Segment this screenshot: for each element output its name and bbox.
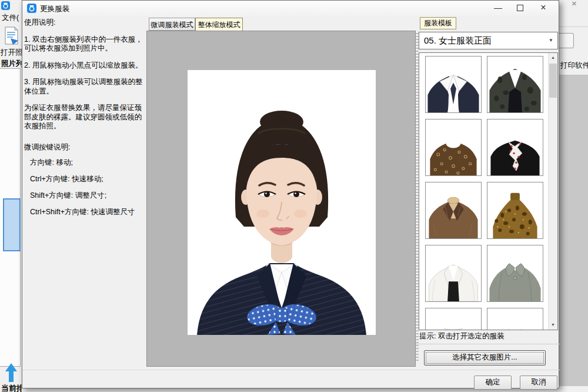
keys-heading: 微调按键说明: <box>24 143 145 152</box>
scrollbar-thumb[interactable] <box>549 64 557 98</box>
photo-canvas[interactable] <box>146 31 416 367</box>
file-menu[interactable]: 文件( <box>2 13 19 23</box>
instructions-heading: 使用说明: <box>24 18 145 28</box>
divider <box>559 26 588 27</box>
screen: 文件( 打开照 照片列 当前排 × 打印软件 <box>0 0 588 392</box>
divider <box>416 344 560 344</box>
minimize-button[interactable]: — <box>489 1 507 15</box>
background-workspace <box>559 75 588 386</box>
instruction-step: 1. 双击右侧服装列表中的一件衣服，可以将衣服添加到照片中。 <box>24 35 145 54</box>
background-window-right: × 打印软件 <box>559 0 588 392</box>
instruction-step: 3. 用鼠标拖动服装可以调整服装的整体位置。 <box>24 78 145 96</box>
maximize-icon <box>517 5 523 11</box>
tab-fine-adjust-mode[interactable]: 微调服装模式 <box>149 18 195 31</box>
key-hint: Shift+方向键: 调整尺寸; <box>24 191 145 201</box>
ok-button[interactable]: 确定 <box>474 376 512 390</box>
scroll-up-icon[interactable]: ▲ <box>549 53 557 62</box>
open-photo-icon[interactable] <box>4 26 19 46</box>
divider <box>22 370 560 370</box>
dialog-icon <box>27 4 36 13</box>
clothing-thumbnail[interactable] <box>425 245 482 302</box>
clothing-thumbnail[interactable] <box>425 182 482 239</box>
dialog-title: 更换服装 <box>40 4 69 14</box>
scroll-down-icon[interactable]: ▼ <box>549 320 557 330</box>
photo-list-panel[interactable] <box>0 68 21 367</box>
portrait-illustration <box>188 70 376 335</box>
dialog-titlebar[interactable]: 更换服装 — × <box>22 1 559 16</box>
print-software-label[interactable]: 打印软件 <box>560 61 588 71</box>
clothing-thumbnail[interactable] <box>425 56 482 113</box>
key-hint: 方向键: 移动; <box>24 158 145 168</box>
tab-overall-zoom-mode[interactable]: 整体缩放模式 <box>195 18 243 31</box>
clothing-thumbnail[interactable] <box>425 308 482 330</box>
template-panel-label: 服装模板 <box>420 17 456 29</box>
background-close-icon[interactable]: × <box>572 0 577 8</box>
instruction-note: 为保证衣服替换效果，请尽量保证颈部皮肤的裸露。建议穿圆领或低领的衣服拍照。 <box>24 104 145 131</box>
template-category-value: 05. 女士服装正面 <box>424 35 492 45</box>
change-clothing-dialog: 更换服装 — × 使用说明: 1. 双击右侧服装列表中的一件衣服，可以将衣服添加… <box>22 0 559 388</box>
app-icon <box>1 1 10 10</box>
close-button[interactable]: × <box>534 1 553 15</box>
current-label: 当前排 <box>1 383 22 392</box>
clothing-thumbnail[interactable] <box>487 119 543 176</box>
template-category-dropdown[interactable]: 05. 女士服装正面 ▼ <box>419 32 558 49</box>
clothing-template-panel: 服装模板 05. 女士服装正面 ▼ <box>416 16 560 370</box>
portrait-photo[interactable] <box>188 70 376 335</box>
choose-other-clothing-button[interactable]: 选择其它衣服图片... <box>424 350 546 366</box>
double-click-hint: 提示: 双击打开选定的服装 <box>419 331 504 341</box>
key-hint: Ctrl+方向键: 快速移动; <box>24 175 145 184</box>
key-hint: Ctrl+Shift+方向键: 快速调整尺寸 <box>24 208 145 217</box>
thumbnail-scrollbar[interactable]: ▲ ▼ <box>548 53 557 330</box>
clothing-thumbnail[interactable] <box>487 245 543 302</box>
clothing-thumbnail[interactable] <box>487 182 543 239</box>
instructions-panel: 使用说明: 1. 双击右侧服装列表中的一件衣服，可以将衣服添加到照片中。 2. … <box>24 18 145 368</box>
cancel-button[interactable]: 取消 <box>520 376 557 390</box>
clothing-thumbnail[interactable] <box>487 56 543 113</box>
chevron-down-icon: ▼ <box>549 32 553 49</box>
maximize-button[interactable] <box>510 1 529 15</box>
instruction-step: 2. 用鼠标拖动小黑点可以缩放服装。 <box>24 61 145 71</box>
background-toolbar-button[interactable] <box>559 33 574 48</box>
background-window-left: 文件( 打开照 照片列 当前排 <box>0 0 22 392</box>
clothing-thumbnail[interactable] <box>487 308 543 330</box>
photo-list-label: 照片列 <box>1 59 22 69</box>
clothing-thumbnail[interactable] <box>425 119 482 176</box>
open-photo-label[interactable]: 打开照 <box>1 48 22 58</box>
clothing-thumbnail-list[interactable]: ▲ ▼ <box>419 52 558 330</box>
selected-photo-thumbnail[interactable] <box>3 198 21 251</box>
up-arrow-icon[interactable] <box>4 363 18 383</box>
